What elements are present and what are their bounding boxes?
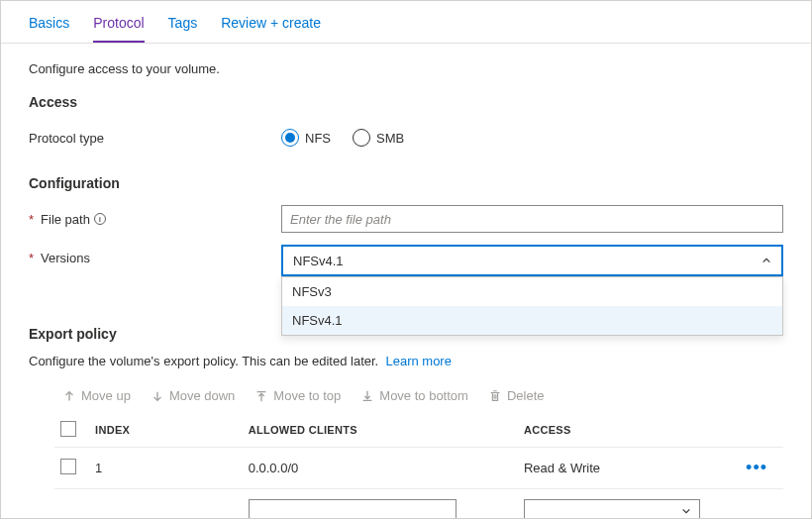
arrow-up-icon bbox=[62, 389, 76, 403]
tab-review-create[interactable]: Review + create bbox=[221, 15, 321, 43]
required-marker: * bbox=[29, 251, 34, 265]
radio-icon bbox=[353, 129, 370, 147]
new-access-select[interactable] bbox=[524, 499, 700, 519]
export-policy-toolbar: Move up Move down Move to top Move to bo… bbox=[29, 382, 783, 413]
delete-button[interactable]: Delete bbox=[488, 388, 545, 403]
versions-dropdown-wrap: NFSv4.1 NFSv3 NFSv4.1 bbox=[281, 245, 783, 276]
learn-more-link[interactable]: Learn more bbox=[385, 354, 451, 368]
export-policy-description: Configure the volume's export policy. Th… bbox=[29, 354, 783, 368]
new-allowed-clients-input[interactable] bbox=[249, 499, 457, 519]
radio-nfs[interactable]: NFS bbox=[281, 129, 331, 147]
protocol-type-row: Protocol type NFS SMB bbox=[29, 122, 783, 154]
info-icon[interactable]: i bbox=[94, 213, 106, 225]
tab-bar: Basics Protocol Tags Review + create bbox=[1, 1, 811, 44]
file-path-input[interactable] bbox=[281, 205, 783, 233]
versions-selected-value: NFSv4.1 bbox=[293, 254, 344, 268]
row-access: Read & Write bbox=[518, 448, 722, 489]
row-allowed-clients: 0.0.0.0/0 bbox=[243, 448, 518, 489]
file-path-label: * File path i bbox=[29, 212, 281, 227]
column-allowed-clients: Allowed Clients bbox=[243, 413, 518, 448]
content-area: Configure access to your volume. Access … bbox=[1, 44, 811, 519]
arrow-bottom-icon bbox=[360, 389, 374, 403]
tab-basics[interactable]: Basics bbox=[29, 15, 69, 43]
arrow-top-icon bbox=[254, 389, 268, 403]
column-access: Access bbox=[518, 413, 722, 448]
table-new-row bbox=[54, 489, 783, 520]
tab-tags[interactable]: Tags bbox=[168, 15, 198, 43]
move-down-button[interactable]: Move down bbox=[151, 388, 235, 403]
move-up-button[interactable]: Move up bbox=[62, 388, 131, 403]
version-option-nfsv3[interactable]: NFSv3 bbox=[282, 277, 782, 306]
versions-row: * Versions NFSv4.1 NFSv3 NFSv4.1 bbox=[29, 245, 783, 276]
move-bottom-button[interactable]: Move to bottom bbox=[360, 388, 468, 403]
radio-smb[interactable]: SMB bbox=[353, 129, 404, 147]
radio-label: NFS bbox=[305, 131, 331, 146]
radio-label: SMB bbox=[376, 131, 404, 146]
version-option-nfsv41[interactable]: NFSv4.1 bbox=[282, 306, 782, 335]
versions-label: * Versions bbox=[29, 245, 281, 265]
row-actions-menu[interactable]: ••• bbox=[728, 458, 777, 478]
trash-icon bbox=[488, 389, 502, 403]
row-checkbox[interactable] bbox=[60, 459, 76, 474]
select-all-checkbox[interactable] bbox=[60, 421, 76, 437]
row-index: 1 bbox=[89, 448, 243, 489]
chevron-up-icon bbox=[761, 256, 771, 265]
move-top-button[interactable]: Move to top bbox=[254, 388, 341, 403]
page-description: Configure access to your volume. bbox=[29, 61, 783, 76]
arrow-down-icon bbox=[151, 389, 164, 403]
tab-protocol[interactable]: Protocol bbox=[93, 15, 144, 43]
configuration-section-title: Configuration bbox=[29, 175, 783, 191]
volume-config-panel: Basics Protocol Tags Review + create Con… bbox=[0, 0, 812, 519]
export-policy-table: Index Allowed Clients Access 1 0.0.0.0/0… bbox=[54, 413, 783, 519]
required-marker: * bbox=[29, 212, 34, 227]
file-path-row: * File path i bbox=[29, 203, 783, 235]
access-section-title: Access bbox=[29, 94, 783, 110]
versions-dropdown-list: NFSv3 NFSv4.1 bbox=[281, 276, 783, 336]
versions-dropdown[interactable]: NFSv4.1 bbox=[281, 245, 783, 276]
column-index: Index bbox=[89, 413, 243, 448]
protocol-type-label: Protocol type bbox=[29, 131, 281, 146]
table-row: 1 0.0.0.0/0 Read & Write ••• bbox=[54, 448, 783, 489]
protocol-type-radio-group: NFS SMB bbox=[281, 129, 783, 147]
radio-icon bbox=[281, 129, 299, 147]
chevron-down-icon bbox=[681, 506, 691, 516]
